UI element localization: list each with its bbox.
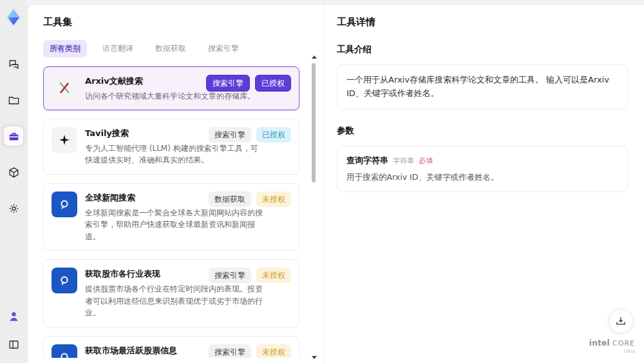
sidebar-item-profile[interactable] — [4, 306, 23, 326]
sidebar-item-packages[interactable] — [4, 162, 23, 182]
folder-icon — [8, 94, 20, 106]
tool-description: 专为人工智能代理 (LLM) 构建的搜索引擎工具，可快速提供实时、准确和真实的结… — [85, 142, 265, 166]
intel-core-logo: intel CORE Ultra — [589, 336, 635, 354]
toolbox-icon — [8, 130, 20, 142]
download-icon — [615, 315, 627, 327]
tab-data-fetch[interactable]: 数据获取 — [149, 40, 193, 57]
scrollbar-thumb[interactable] — [312, 63, 316, 182]
category-tag: 搜索引擎 — [209, 344, 251, 358]
auth-status-tag: 未授权 — [256, 191, 291, 207]
tool-description: 全球新闻搜索是一个聚合全球各大新闻网站内容的搜索引擎，帮助用户快速获取全球最新资… — [85, 207, 265, 243]
user-avatar-icon — [8, 310, 20, 322]
sparkle-icon — [52, 127, 77, 153]
settings-gear-icon — [8, 202, 20, 215]
scroll-down-arrow[interactable] — [312, 356, 317, 359]
tool-description: 提供股票市场各个行业在特定时间段内的表现。投资者可以利用这些信息来识别表现优于或… — [85, 283, 265, 319]
sidebar-item-files[interactable] — [4, 90, 23, 110]
tool-description: 访问各个研究领域大量科学论文和文章的存储库。 — [85, 90, 265, 103]
sidebar-item-panel-toggle[interactable] — [4, 335, 23, 354]
param-box: 查询字符串 字符串 必填 用于搜索的Arxiv ID、关键字或作者姓名。 — [337, 146, 628, 192]
chat-icon — [8, 58, 20, 70]
auth-status-tag: 未授权 — [256, 344, 291, 358]
page-title: 工具集 — [43, 16, 323, 28]
stock-sector-icon — [52, 268, 77, 293]
param-description: 用于搜索的Arxiv ID、关键字或作者姓名。 — [346, 172, 618, 183]
category-tag: 搜索引擎 — [209, 127, 251, 142]
tools-list-panel: 工具集 所有类别 语言翻译 数据获取 搜索引擎 Arxiv文献搜索 访问各个研究… — [28, 5, 323, 363]
tab-translation[interactable]: 语言翻译 — [96, 40, 140, 57]
tool-card-arxiv[interactable]: Arxiv文献搜索 访问各个研究领域大量科学论文和文章的存储库。 搜索引擎 已授… — [43, 66, 299, 110]
tool-card-active-stocks[interactable]: 获取市场最活跃股票信息 提供当天交易量最高的股票列表，投资者可以利用这些信息来识… — [43, 336, 299, 358]
params-heading: 参数 — [337, 125, 628, 137]
tool-card-stock-sector[interactable]: 获取股市各行业表现 提供股票市场各个行业在特定时间段内的表现。投资者可以利用这些… — [43, 259, 299, 327]
category-tag: 搜索引擎 — [206, 75, 250, 92]
tool-card-global-news[interactable]: 全球新闻搜索 全球新闻搜索是一个聚合全球各大新闻网站内容的搜索引擎，帮助用户快速… — [43, 183, 299, 251]
tool-detail-panel: 工具详情 工具介绍 一个用于从Arxiv存储库搜索科学论文和文章的工具。 输入可… — [324, 5, 644, 363]
tab-all-categories[interactable]: 所有类别 — [43, 40, 87, 57]
intro-text: 一个用于从Arxiv存储库搜索科学论文和文章的工具。 输入可以是Arxiv ID… — [346, 74, 618, 101]
brand-sub: Ultra — [589, 349, 635, 354]
detail-title: 工具详情 — [337, 16, 628, 28]
category-tabs: 所有类别 语言翻译 数据获取 搜索引擎 — [43, 40, 323, 57]
auth-status-tag: 已授权 — [255, 75, 291, 92]
main-panel: 工具集 所有类别 语言翻译 数据获取 搜索引擎 Arxiv文献搜索 访问各个研究… — [27, 4, 644, 363]
download-button[interactable] — [609, 309, 633, 333]
brand-core: CORE — [612, 339, 635, 348]
auth-status-tag: 已授权 — [256, 127, 291, 142]
arxiv-icon — [52, 75, 77, 101]
category-tag: 数据获取 — [209, 191, 251, 207]
param-name: 查询字符串 — [346, 155, 388, 166]
auth-status-tag: 未授权 — [256, 268, 291, 283]
gem-logo-icon — [3, 5, 24, 30]
sidebar-item-settings[interactable] — [4, 199, 23, 218]
list-scrollbar — [310, 55, 317, 359]
panel-layout-icon — [8, 338, 20, 351]
sidebar-item-tools[interactable] — [4, 126, 23, 146]
active-stock-icon — [52, 344, 77, 358]
intro-box: 一个用于从Arxiv存储库搜索科学论文和文章的工具。 输入可以是Arxiv ID… — [337, 64, 628, 110]
category-tag: 搜索引擎 — [209, 268, 251, 283]
left-rail — [0, 0, 27, 363]
tool-card-list: Arxiv文献搜索 访问各个研究领域大量科学论文和文章的存储库。 搜索引擎 已授… — [43, 66, 299, 358]
tool-card-tavily[interactable]: Tavily搜索 专为人工智能代理 (LLM) 构建的搜索引擎工具，可快速提供实… — [43, 119, 299, 175]
param-type: 字符串 — [393, 156, 414, 166]
global-news-icon — [52, 191, 77, 217]
tab-search-engine[interactable]: 搜索引擎 — [202, 40, 245, 57]
package-icon — [8, 166, 20, 179]
sidebar-item-chat[interactable] — [4, 54, 23, 74]
brand-intel: intel — [589, 338, 610, 348]
param-required-badge: 必填 — [419, 156, 433, 166]
intro-heading: 工具介绍 — [337, 44, 628, 55]
scroll-up-arrow[interactable] — [312, 55, 317, 59]
